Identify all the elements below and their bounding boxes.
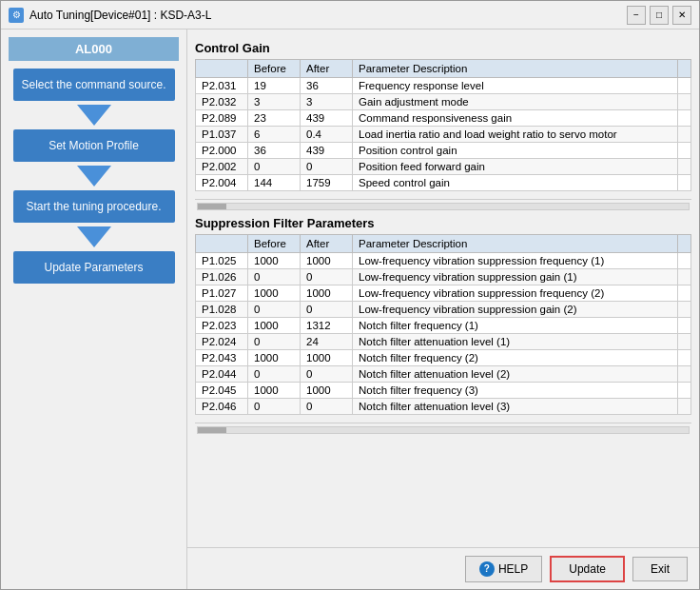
sf-param-9: P2.046: [196, 399, 248, 415]
cg-desc-2: Command responsiveness gain: [353, 110, 678, 127]
close-button[interactable]: ✕: [672, 6, 691, 25]
table-row: P2.024 0 24 Notch filter attenuation lev…: [196, 334, 691, 350]
cg-after-3: 0.4: [301, 127, 353, 143]
sf-before-6: 1000: [248, 350, 301, 366]
window-title: Auto Tuning[Device#01] : KSD-A3-L: [29, 9, 211, 22]
table-row: P2.044 0 0 Notch filter attenuation leve…: [196, 366, 691, 383]
sf-desc-5: Notch filter attenuation level (1): [353, 334, 678, 350]
control-gain-scrollbar-track[interactable]: [197, 203, 690, 210]
cg-scroll-6: [678, 175, 691, 191]
step-3-button[interactable]: Start the tuning procedure.: [13, 190, 175, 223]
main-content: AL000 Select the command source. Set Mot…: [1, 30, 699, 589]
sf-scroll-0: [678, 253, 691, 269]
title-bar-controls: − □ ✕: [627, 6, 691, 25]
control-gain-table-container: Before After Parameter Description P2.03…: [195, 59, 691, 199]
sf-scroll-2: [678, 285, 691, 302]
arrow-2: [77, 166, 111, 187]
step-2-button[interactable]: Set Motion Profile: [13, 129, 175, 162]
cg-scroll-0: [678, 78, 691, 94]
control-gain-scrollbar-thumb[interactable]: [198, 204, 226, 209]
table-row: P1.027 1000 1000 Low-frequency vibration…: [196, 285, 691, 302]
sf-param-6: P2.043: [196, 350, 248, 366]
sf-scroll-6: [678, 350, 691, 366]
sf-desc-9: Notch filter attenuation level (3): [353, 399, 678, 415]
sf-after-9: 0: [301, 399, 353, 415]
control-gain-scrollbar[interactable]: [195, 199, 691, 212]
suppression-filter-scrollbar-thumb[interactable]: [198, 427, 226, 433]
cg-scroll-1: [678, 94, 691, 110]
table-row: P1.028 0 0 Low-frequency vibration suppr…: [196, 302, 691, 318]
table-row: P2.045 1000 1000 Notch filter frequency …: [196, 383, 691, 399]
update-button[interactable]: Update: [550, 556, 625, 582]
arrow-1: [77, 105, 111, 126]
cg-param-0: P2.031: [196, 78, 248, 94]
sf-before-1: 0: [248, 269, 301, 285]
help-icon: ?: [479, 561, 495, 577]
step-4-button[interactable]: Update Parameters: [13, 251, 175, 284]
step-1-button[interactable]: Select the command source.: [13, 69, 175, 101]
cg-before-1: 3: [248, 94, 301, 110]
sf-scroll-8: [678, 383, 691, 399]
sf-desc-0: Low-frequency vibration suppression freq…: [353, 253, 678, 269]
control-gain-title: Control Gain: [195, 41, 691, 55]
cg-scroll-3: [678, 127, 691, 143]
sf-desc-8: Notch filter frequency (3): [353, 383, 678, 399]
sf-before-9: 0: [248, 399, 301, 415]
table-row: P1.037 6 0.4 Load inertia ratio and load…: [196, 127, 691, 143]
sf-scroll-4: [678, 318, 691, 334]
title-bar-left: ⚙ Auto Tuning[Device#01] : KSD-A3-L: [9, 8, 211, 23]
cg-scroll-4: [678, 143, 691, 159]
cg-desc-0: Frequency response level: [353, 78, 678, 94]
table-row: P1.026 0 0 Low-frequency vibration suppr…: [196, 269, 691, 285]
cg-param-1: P2.032: [196, 94, 248, 110]
suppression-filter-scrollbar[interactable]: [195, 423, 691, 436]
cg-scroll-2: [678, 110, 691, 127]
sf-col-param: [196, 235, 248, 253]
sf-desc-3: Low-frequency vibration suppression gain…: [353, 302, 678, 318]
sf-col-before: Before: [248, 235, 301, 253]
sf-desc-6: Notch filter frequency (2): [353, 350, 678, 366]
cg-after-1: 3: [301, 94, 353, 110]
help-label: HELP: [498, 562, 528, 576]
sf-after-8: 1000: [301, 383, 353, 399]
cg-after-0: 36: [301, 78, 353, 94]
control-gain-table: Before After Parameter Description P2.03…: [195, 59, 691, 191]
cg-after-6: 1759: [301, 175, 353, 191]
table-row: P1.025 1000 1000 Low-frequency vibration…: [196, 253, 691, 269]
cg-after-2: 439: [301, 110, 353, 127]
suppression-filter-scrollbar-track[interactable]: [197, 426, 690, 434]
sf-before-5: 0: [248, 334, 301, 350]
help-button[interactable]: ? HELP: [465, 556, 542, 582]
arrow-3: [77, 226, 111, 247]
sf-param-5: P2.024: [196, 334, 248, 350]
sf-desc-2: Low-frequency vibration suppression freq…: [353, 285, 678, 302]
cg-desc-4: Position control gain: [353, 143, 678, 159]
cg-col-desc: Parameter Description: [353, 60, 678, 78]
sf-before-8: 1000: [248, 383, 301, 399]
sf-after-4: 1312: [301, 318, 353, 334]
sf-col-scroll: [678, 235, 691, 253]
cg-col-before: Before: [248, 60, 301, 78]
cg-col-after: After: [301, 60, 353, 78]
cg-desc-3: Load inertia ratio and load weight ratio…: [353, 127, 678, 143]
sf-param-0: P1.025: [196, 253, 248, 269]
sf-desc-1: Low-frequency vibration suppression gain…: [353, 269, 678, 285]
suppression-filter-table-container: Before After Parameter Description P1.02…: [195, 234, 691, 423]
sf-after-5: 24: [301, 334, 353, 350]
sf-after-0: 1000: [301, 253, 353, 269]
table-row: P2.089 23 439 Command responsiveness gai…: [196, 110, 691, 127]
exit-button[interactable]: Exit: [632, 557, 688, 581]
cg-desc-6: Speed control gain: [353, 175, 678, 191]
sf-before-7: 0: [248, 366, 301, 383]
cg-before-2: 23: [248, 110, 301, 127]
cg-after-5: 0: [301, 159, 353, 175]
restore-button[interactable]: □: [650, 6, 669, 25]
cg-before-0: 19: [248, 78, 301, 94]
cg-before-4: 36: [248, 143, 301, 159]
app-icon: ⚙: [9, 8, 24, 23]
sf-after-6: 1000: [301, 350, 353, 366]
cg-param-5: P2.002: [196, 159, 248, 175]
sf-before-3: 0: [248, 302, 301, 318]
minimize-button[interactable]: −: [627, 6, 646, 25]
cg-param-2: P2.089: [196, 110, 248, 127]
